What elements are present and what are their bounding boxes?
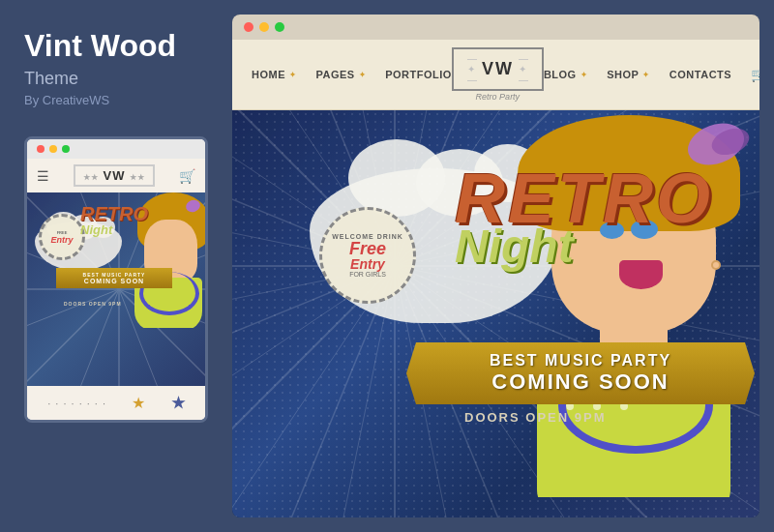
stamp-for-girls: FOR GIRLS	[349, 271, 386, 278]
nav-center: — ✦ — VW — ✦ — Retro Party	[452, 47, 544, 102]
nav-contacts[interactable]: CONTACTS	[670, 69, 731, 80]
nav-home[interactable]: HOME ✦	[252, 69, 297, 80]
stamp-badge: WELCOME DRINK Free Entry FOR GIRLS	[319, 207, 416, 304]
mobile-star: ★	[132, 394, 145, 412]
mobile-dot-yellow	[49, 145, 57, 153]
nav-shop[interactable]: SHOP ✦	[607, 69, 650, 80]
browser-dot-yellow	[259, 22, 269, 32]
nav-portfolio[interactable]: PORTFOLIO	[385, 69, 452, 80]
retro-heading: RETRO Night	[455, 163, 713, 270]
theme-author: By CreativeWS	[24, 93, 208, 107]
nav-icons: 🛒 🔍	[751, 67, 759, 82]
music-banner: BEST MUSIC PARTY COMING SOON	[406, 342, 755, 404]
browser-dot-green	[275, 22, 284, 32]
nav-pages[interactable]: PAGES ✦	[316, 69, 367, 80]
browser-dot-red	[244, 22, 253, 32]
logo-stars-left: — ✦ —	[467, 53, 477, 85]
browser-content: WELCOME DRINK Free Entry FOR GIRLS RETRO…	[232, 110, 759, 517]
theme-label: Theme	[24, 69, 208, 89]
mobile-content: FREE Entry RETRO Night BEST MUSIC PARTY …	[27, 192, 205, 386]
nav-right: BLOG ✦ SHOP ✦ CONTACTS 🛒 🔍	[544, 67, 759, 82]
cart-icon: 🛒	[179, 168, 195, 184]
mobile-doors: DOORS OPEN 9PM	[64, 301, 122, 307]
mobile-logo: ★★ VW ★★	[74, 164, 155, 187]
mobile-banner: BEST MUSIC PARTY COMING SOON	[56, 268, 172, 288]
bullet-icon: ✦	[359, 71, 367, 79]
left-panel: Vint Wood Theme By CreativeWS ☰ ★★ VW ★★…	[0, 0, 232, 532]
cart-icon[interactable]: 🛒	[751, 67, 759, 82]
bullet-icon: ✦	[289, 71, 297, 79]
music-banner-line2: COMING SOON	[426, 369, 735, 395]
browser-nav: HOME ✦ PAGES ✦ PORTFOLIO — ✦ — VW — ✦ — …	[232, 40, 759, 110]
music-banner-line1: BEST MUSIC PARTY	[426, 352, 735, 369]
bullet-icon: ✦	[580, 71, 588, 79]
logo-box: — ✦ — VW — ✦ —	[452, 47, 544, 91]
right-panel: HOME ✦ PAGES ✦ PORTFOLIO — ✦ — VW — ✦ — …	[232, 15, 759, 517]
stamp-entry: Entry	[350, 257, 385, 271]
logo-text: VW	[482, 59, 514, 79]
doors-open: DOORS OPEN 9PM	[464, 410, 606, 425]
mobile-footer-preview: · · · · · · · · ★ ★	[27, 386, 205, 420]
logo-subtitle: Retro Party	[476, 92, 521, 102]
mobile-star-blue: ★	[171, 394, 185, 412]
hamburger-icon: ☰	[37, 168, 49, 184]
logo-stars-right: — ✦ —	[519, 53, 528, 85]
mobile-nav: ☰ ★★ VW ★★ 🛒	[27, 159, 205, 192]
mobile-dot-red	[37, 145, 45, 153]
mobile-top-bar	[27, 139, 205, 159]
browser-top-bar	[232, 15, 759, 40]
mobile-retro-text: RETRO Night	[80, 204, 148, 236]
nav-left: HOME ✦ PAGES ✦ PORTFOLIO	[232, 69, 452, 80]
mobile-stamp: FREE Entry	[39, 214, 85, 260]
stamp-free: Free	[349, 240, 386, 257]
bullet-icon: ✦	[642, 71, 650, 79]
mobile-preview: ☰ ★★ VW ★★ 🛒	[24, 136, 208, 423]
nav-blog[interactable]: BLOG ✦	[544, 69, 587, 80]
mobile-dot-green	[62, 145, 70, 153]
theme-title: Vint Wood	[24, 29, 208, 63]
